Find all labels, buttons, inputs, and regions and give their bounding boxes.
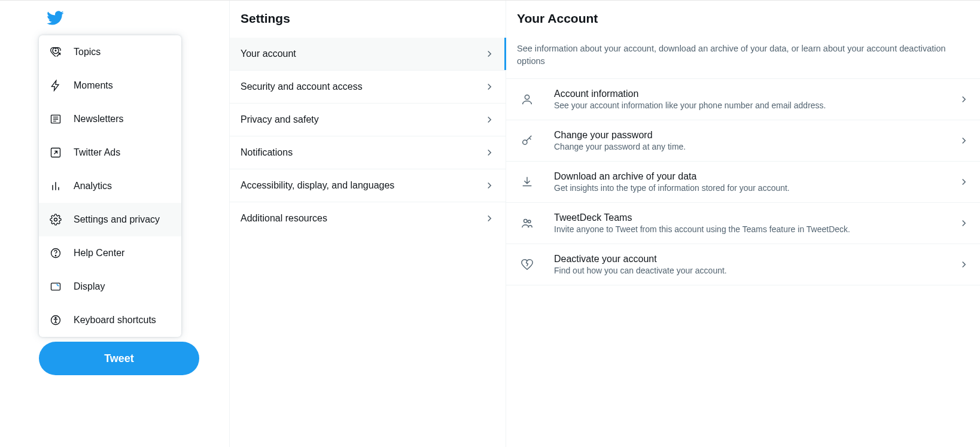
menu-item-label: Newsletters	[74, 114, 124, 124]
settings-item-label: Your account	[241, 48, 296, 59]
menu-item-display[interactable]: Display	[39, 270, 181, 303]
menu-item-settings-privacy[interactable]: Settings and privacy	[39, 203, 181, 236]
menu-item-analytics[interactable]: Analytics	[39, 169, 181, 203]
people-icon	[513, 217, 541, 230]
menu-item-label: Twitter Ads	[74, 147, 120, 158]
person-icon	[513, 93, 541, 106]
menu-item-twitter-ads[interactable]: Twitter Ads	[39, 136, 181, 169]
heartbreak-icon	[513, 258, 541, 271]
menu-item-label: Help Center	[74, 248, 124, 259]
account-item-title: Change your password	[554, 130, 945, 141]
menu-item-moments[interactable]: Moments	[39, 69, 181, 102]
key-icon	[513, 134, 541, 147]
svg-point-4	[54, 218, 57, 221]
account-item-tweetdeck[interactable]: TweetDeck Teams Invite anyone to Tweet f…	[506, 203, 980, 244]
chevron-right-icon	[958, 177, 969, 187]
menu-item-topics[interactable]: Topics	[39, 35, 181, 69]
svg-point-6	[55, 256, 56, 256]
svg-point-12	[524, 220, 528, 223]
menu-item-newsletters[interactable]: Newsletters	[39, 102, 181, 136]
account-item-title: TweetDeck Teams	[554, 212, 945, 223]
moments-icon	[50, 80, 62, 92]
account-item-deactivate[interactable]: Deactivate your account Find out how you…	[506, 244, 980, 285]
tweet-button[interactable]: Tweet	[39, 342, 199, 375]
newsletters-icon	[50, 113, 62, 125]
settings-item-privacy[interactable]: Privacy and safety	[230, 104, 506, 136]
chevron-right-icon	[958, 94, 969, 105]
settings-item-your-account[interactable]: Your account	[230, 38, 506, 71]
settings-item-additional[interactable]: Additional resources	[230, 202, 506, 235]
settings-item-label: Accessibility, display, and languages	[241, 180, 394, 191]
account-section-title: Your Account	[506, 1, 980, 38]
chevron-right-icon	[958, 259, 969, 270]
external-link-icon	[50, 147, 62, 159]
account-item-title: Download an archive of your data	[554, 171, 945, 182]
settings-item-label: Security and account access	[241, 81, 363, 92]
menu-item-label: Display	[74, 281, 105, 292]
more-menu-popup: Topics Moments Newsletters Twitter Ads	[39, 35, 181, 337]
account-item-subtitle: Change your password at any time.	[554, 142, 945, 151]
chevron-right-icon	[958, 218, 969, 229]
account-section-description: See information about your account, down…	[506, 38, 980, 79]
accessibility-icon	[50, 314, 62, 326]
chevron-right-icon	[958, 135, 969, 146]
menu-item-label: Moments	[74, 80, 113, 91]
account-item-password[interactable]: Change your password Change your passwor…	[506, 120, 980, 162]
menu-item-keyboard-shortcuts[interactable]: Keyboard shortcuts	[39, 303, 181, 337]
account-item-download[interactable]: Download an archive of your data Get ins…	[506, 162, 980, 203]
svg-rect-7	[51, 283, 60, 290]
menu-item-help-center[interactable]: Help Center	[39, 236, 181, 270]
svg-point-1	[55, 50, 56, 51]
account-item-information[interactable]: Account information See your account inf…	[506, 79, 980, 120]
menu-item-label: Settings and privacy	[74, 214, 160, 225]
menu-item-label: Topics	[74, 47, 101, 57]
settings-list: Your account Security and account access…	[230, 38, 506, 235]
display-icon	[50, 281, 62, 293]
menu-item-label: Keyboard shortcuts	[74, 315, 156, 326]
chevron-right-icon	[484, 114, 495, 125]
topics-icon	[50, 46, 62, 58]
chevron-right-icon	[484, 213, 495, 224]
settings-item-label: Notifications	[241, 147, 293, 158]
svg-point-13	[528, 220, 531, 223]
chevron-right-icon	[484, 147, 495, 158]
gear-icon	[50, 214, 62, 226]
chevron-right-icon	[484, 81, 495, 92]
chevron-right-icon	[484, 48, 495, 59]
account-item-subtitle: Find out how you can deactivate your acc…	[554, 266, 945, 275]
svg-point-9	[55, 317, 56, 318]
settings-item-label: Additional resources	[241, 213, 327, 224]
settings-item-label: Privacy and safety	[241, 114, 319, 125]
settings-item-notifications[interactable]: Notifications	[230, 136, 506, 169]
account-item-title: Account information	[554, 89, 945, 99]
help-icon	[50, 247, 62, 259]
settings-title: Settings	[230, 1, 506, 38]
account-item-subtitle: See your account information like your p…	[554, 101, 945, 110]
settings-item-security[interactable]: Security and account access	[230, 71, 506, 104]
account-item-title: Deactivate your account	[554, 254, 945, 264]
account-item-subtitle: Invite anyone to Tweet from this account…	[554, 224, 945, 234]
svg-point-10	[525, 95, 529, 99]
menu-item-label: Analytics	[74, 181, 112, 191]
account-item-subtitle: Get insights into the type of informatio…	[554, 183, 945, 193]
twitter-logo-icon[interactable]	[46, 9, 229, 29]
chevron-right-icon	[484, 180, 495, 191]
settings-item-accessibility[interactable]: Accessibility, display, and languages	[230, 169, 506, 202]
analytics-icon	[50, 180, 62, 192]
download-icon	[513, 175, 541, 188]
